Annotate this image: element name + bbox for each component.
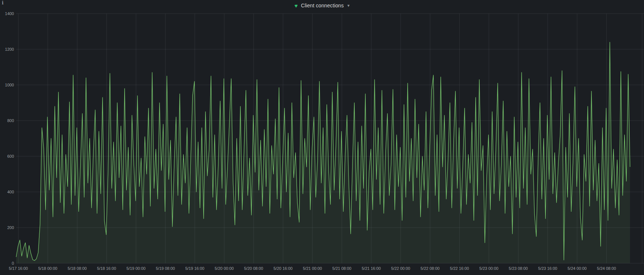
y-axis-tick-label: 1400	[5, 11, 14, 16]
y-axis-tick-label: 600	[7, 154, 14, 158]
y-axis-tick-label: 400	[7, 190, 14, 194]
panel-title: Client connections	[301, 3, 344, 8]
y-axis-tick-label: 1200	[5, 47, 14, 51]
x-axis-tick-label: 5/19 00:00	[126, 266, 146, 271]
x-axis-tick-label: 5/21 00:00	[303, 266, 322, 271]
x-axis-tick-label: 5/23 00:00	[479, 266, 498, 271]
x-axis-tick-label: 5/24 00:00	[568, 266, 587, 271]
x-axis-tick-label: 5/20 16:00	[273, 266, 293, 271]
x-axis-tick-label: 5/21 16:00	[362, 266, 381, 271]
x-axis-tick-label: 5/20 00:00	[215, 266, 234, 271]
x-axis-tick-label: 5/23 08:00	[509, 266, 528, 271]
y-axis-tick-label: 200	[7, 225, 14, 230]
x-axis-tick-label: 5/22 16:00	[450, 266, 469, 271]
x-axis-tick-label: 5/18 00:00	[38, 266, 57, 271]
green-heart-icon: ♥	[294, 3, 298, 8]
x-axis-tick-label: 5/24 08:00	[597, 266, 616, 271]
timeseries-chart[interactable]: 02004006008001000120014005/17 16:005/18 …	[0, 0, 644, 275]
x-axis-tick-label: 5/22 00:00	[391, 266, 410, 271]
x-axis-tick-label: 5/19 16:00	[185, 266, 204, 271]
y-axis-tick-label: 1000	[5, 83, 14, 87]
panel-menu-caret-icon[interactable]: ▾	[347, 3, 350, 8]
x-axis-tick-label: 5/19 08:00	[156, 266, 175, 271]
x-axis-tick-label: 5/17 16:00	[9, 266, 28, 271]
panel-header[interactable]: ♥ Client connections ▾	[0, 0, 644, 11]
panel-client-connections: i ♥ Client connections ▾ 020040060080010…	[0, 0, 644, 275]
x-axis-tick-label: 5/20 08:00	[244, 266, 263, 271]
x-axis-tick-label: 5/18 08:00	[68, 266, 87, 271]
info-icon[interactable]: i	[2, 0, 4, 6]
y-axis-tick-label: 0	[12, 261, 14, 265]
x-axis-tick-label: 5/22 08:00	[421, 266, 440, 271]
x-axis-tick-label: 5/18 16:00	[97, 266, 116, 271]
x-axis-tick-label: 5/21 08:00	[332, 266, 351, 271]
y-axis-tick-label: 800	[7, 118, 14, 123]
x-axis-tick-label: 5/23 16:00	[538, 266, 557, 271]
